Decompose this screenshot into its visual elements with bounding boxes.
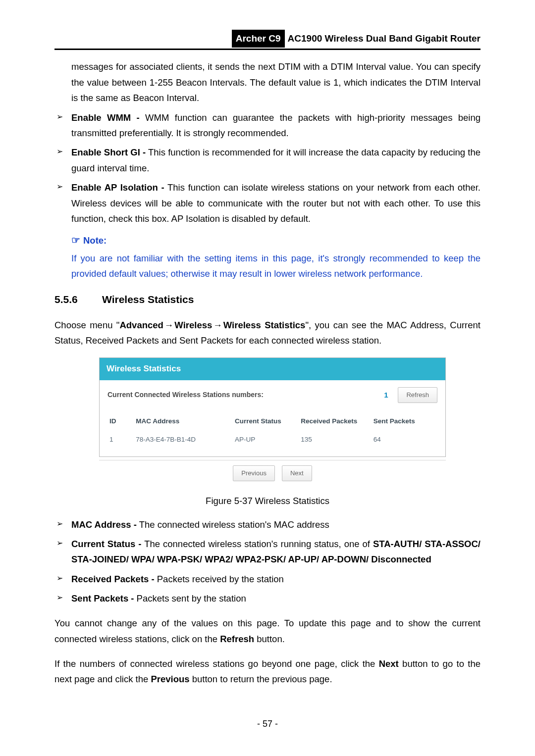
- header-divider: [54, 49, 481, 50]
- previous-button[interactable]: Previous: [233, 465, 275, 481]
- connected-count-label: Current Connected Wireless Stations numb…: [107, 389, 379, 401]
- note-block: ☞Note: If you are not familiar with the …: [71, 232, 481, 282]
- next-button[interactable]: Next: [282, 465, 312, 481]
- col-sent-packets: Sent Packets: [372, 413, 437, 432]
- wireless-statistics-panel: Wireless Statistics Current Connected Wi…: [99, 357, 446, 457]
- connected-count-row: Current Connected Wireless Stations numb…: [107, 387, 437, 403]
- menu-path: Advanced→Wireless→Wireless Statistics: [119, 320, 305, 330]
- table-row: 1 78-A3-E4-7B-B1-4D AP-UP 135 64: [107, 432, 437, 451]
- figure-caption: Figure 5-37 Wireless Statistics: [54, 493, 481, 508]
- bullet-mac-address: MAC Address - The connected wireless sta…: [54, 517, 481, 532]
- col-received-packets: Received Packets: [299, 413, 372, 432]
- refresh-instruction-paragraph: You cannot change any of the values on t…: [54, 615, 481, 647]
- bullet-text: Packets received by the station: [155, 574, 284, 584]
- panel-body: Current Connected Wireless Stations numb…: [100, 380, 445, 456]
- table-header-row: ID MAC Address Current Status Received P…: [107, 413, 437, 432]
- note-heading: ☞Note:: [71, 232, 481, 249]
- bullet-label: MAC Address -: [71, 519, 137, 530]
- bullet-enable-wmm: Enable WMM - WMM function can guarantee …: [54, 110, 481, 141]
- note-body-text: If you are not familiar with the setting…: [71, 251, 481, 282]
- refresh-button[interactable]: Refresh: [398, 387, 437, 403]
- bullet-current-status: Current Status - The connected wireless …: [54, 536, 481, 567]
- pointing-hand-icon: ☞: [71, 235, 80, 246]
- connected-count-value: 1: [384, 389, 388, 402]
- bullet-label: Enable WMM -: [71, 112, 140, 123]
- document-page: Archer C9 AC1900 Wireless Dual Band Giga…: [0, 0, 535, 752]
- section-heading: 5.5.6 Wireless Statistics: [54, 291, 481, 308]
- bullet-label: Enable Short GI -: [71, 147, 146, 157]
- bullet-text: Packets sent by the station: [134, 593, 246, 604]
- field-description-list: MAC Address - The connected wireless sta…: [54, 517, 481, 606]
- feature-bullet-list-top: Enable WMM - WMM function can guarantee …: [54, 110, 481, 227]
- bullet-sent-packets: Sent Packets - Packets sent by the stati…: [54, 591, 481, 606]
- bullet-enable-short-gi: Enable Short GI - This function is recom…: [54, 145, 481, 176]
- cell-sent: 64: [372, 432, 437, 451]
- cell-id: 1: [107, 432, 134, 451]
- cell-status: AP-UP: [233, 432, 299, 451]
- menu-path-paragraph: Choose menu "Advanced→Wireless→Wireless …: [54, 317, 481, 349]
- bullet-label: Sent Packets -: [71, 593, 134, 604]
- stations-table: ID MAC Address Current Status Received P…: [107, 413, 437, 451]
- bullet-text-pre: The connected wireless station's running…: [142, 539, 373, 549]
- pagination-instruction-paragraph: If the numbers of connected wireless sta…: [54, 656, 481, 687]
- col-mac-address: MAC Address: [134, 413, 233, 432]
- panel-title-bar: Wireless Statistics: [100, 358, 445, 380]
- note-label: Note:: [83, 235, 107, 246]
- section-number: 5.5.6: [54, 291, 102, 308]
- bullet-received-packets: Received Packets - Packets received by t…: [54, 571, 481, 587]
- menu-pre: Choose menu ": [54, 320, 119, 330]
- page-header: Archer C9 AC1900 Wireless Dual Band Giga…: [54, 30, 481, 48]
- bullet-enable-ap-isolation: Enable AP Isolation - This function can …: [54, 180, 481, 226]
- bullet-label: Enable AP Isolation -: [71, 182, 164, 193]
- cell-mac: 78-A3-E4-7B-B1-4D: [134, 432, 233, 451]
- bullet-text: The connected wireless station's MAC add…: [137, 519, 329, 530]
- header-model-badge: Archer C9: [232, 30, 285, 48]
- header-product-name: AC1900 Wireless Dual Band Gigabit Router: [288, 31, 481, 47]
- bullet-label: Current Status -: [71, 539, 142, 549]
- page-number: - 57 -: [54, 716, 481, 732]
- cell-recv: 135: [299, 432, 372, 451]
- bullet-label: Received Packets -: [71, 574, 155, 584]
- section-title: Wireless Statistics: [102, 291, 194, 308]
- pagination-bar: Previous Next: [99, 460, 446, 486]
- col-id: ID: [107, 413, 134, 432]
- intro-paragraph-continued: messages for associated clients, it send…: [71, 59, 481, 105]
- col-current-status: Current Status: [233, 413, 299, 432]
